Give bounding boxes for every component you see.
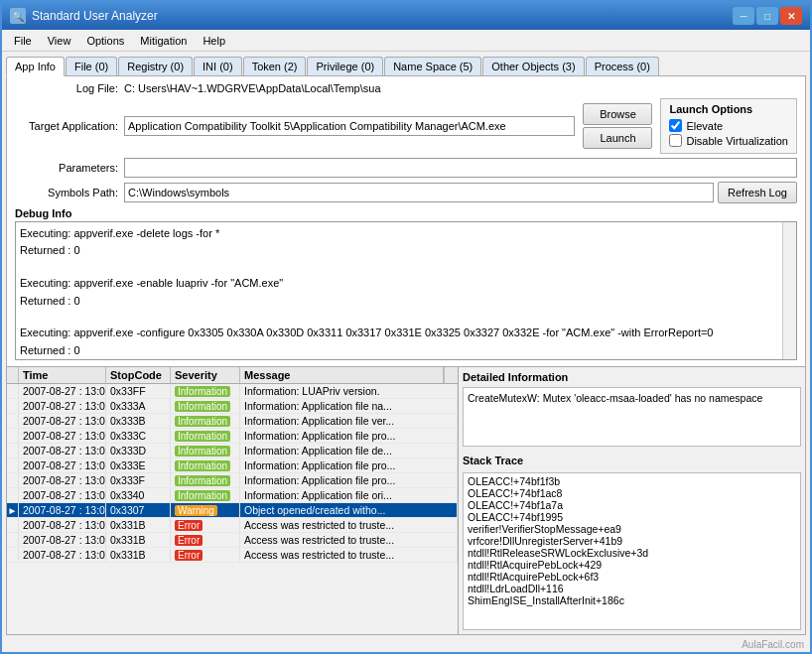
row-time: 2007-08-27 : 13:05:02 [19, 429, 106, 443]
tab-namespace[interactable]: Name Space (5) [384, 57, 481, 75]
detailed-info-section: Detailed Information CreateMutexW: Mutex… [459, 367, 805, 451]
launch-button[interactable]: Launch [583, 127, 652, 149]
target-app-row: Target Application: Browse Launch Launch… [15, 98, 797, 154]
row-time: 2007-08-27 : 13:05:03 [19, 548, 106, 562]
row-message: Information: Application file pro... [240, 458, 458, 472]
stack-line-7: ntdll!RtlAcquirePebLock+429 [468, 559, 796, 571]
disable-virt-checkbox[interactable] [669, 134, 682, 147]
row-severity: Error [171, 518, 240, 532]
parameters-input[interactable] [124, 158, 797, 178]
menu-mitigation[interactable]: Mitigation [132, 33, 195, 49]
table-row[interactable]: 2007-08-27 : 13:05:02 0x333A Information… [7, 399, 458, 414]
row-stopcode: 0x333B [106, 414, 171, 428]
row-message: Information: Application file ver... [240, 414, 458, 428]
menu-options[interactable]: Options [78, 33, 132, 49]
row-stopcode: 0x3340 [106, 488, 171, 502]
th-severity: Severity [171, 367, 240, 383]
tab-ini[interactable]: INI (0) [194, 57, 242, 75]
table-row[interactable]: 2007-08-27 : 13:05:02 0x33FF Information… [7, 384, 458, 399]
row-message: Access was restricted to truste... [240, 548, 458, 562]
maximize-button[interactable]: □ [756, 7, 778, 25]
row-time: 2007-08-27 : 13:05:02 [19, 414, 106, 428]
row-stopcode: 0x333E [106, 458, 171, 472]
row-stopcode: 0x333C [106, 429, 171, 443]
elevate-checkbox[interactable] [669, 119, 682, 132]
row-indicator [7, 488, 19, 502]
row-time: 2007-08-27 : 13:05:02 [19, 473, 106, 487]
row-time: 2007-08-27 : 13:05:02 [19, 503, 106, 517]
row-indicator [7, 518, 19, 532]
tab-token[interactable]: Token (2) [243, 57, 307, 75]
stack-line-1: OLEACC!+74bf1ac8 [468, 487, 796, 499]
content-area: Log File: C: Users\HAV~1.WDGRVE\AppData\… [6, 75, 806, 367]
app-title: Standard User Analyzer [32, 9, 158, 23]
minimize-button[interactable]: ─ [733, 7, 754, 25]
row-message: Information: Application file de... [240, 444, 458, 458]
tab-process[interactable]: Process (0) [586, 57, 659, 75]
close-button[interactable]: ✕ [780, 7, 802, 25]
row-severity: Information [171, 473, 240, 487]
row-severity: Warning [171, 503, 240, 517]
symbols-path-label: Symbols Path: [15, 187, 124, 198]
tab-other-objects[interactable]: Other Objects (3) [482, 57, 584, 75]
table-row[interactable]: 2007-08-27 : 13:05:02 0x333E Information… [7, 458, 458, 473]
table-row[interactable]: 2007-08-27 : 13:05:02 0x333F Information… [7, 473, 458, 488]
target-app-input[interactable] [124, 116, 575, 136]
stack-trace-area: OLEACC!+74bf1f3b OLEACC!+74bf1ac8 OLEACC… [463, 472, 801, 630]
row-message: Information: Application file pro... [240, 473, 458, 487]
table-header: Time StopCode Severity Message [7, 367, 458, 384]
menu-help[interactable]: Help [195, 33, 233, 49]
menu-view[interactable]: View [40, 33, 79, 49]
row-indicator [7, 548, 19, 562]
table-body[interactable]: 2007-08-27 : 13:05:02 0x33FF Information… [7, 384, 458, 634]
browse-button[interactable]: Browse [583, 103, 652, 125]
row-stopcode: 0x331B [106, 548, 171, 562]
stack-line-6: ntdll!RtlReleaseSRWLockExclusive+3d [468, 547, 796, 559]
stack-line-2: OLEACC!+74bf1a7a [468, 499, 796, 511]
table-row[interactable]: 2007-08-27 : 13:05:02 0x333C Information… [7, 429, 458, 444]
row-severity: Information [171, 444, 240, 458]
row-time: 2007-08-27 : 13:05:02 [19, 384, 106, 398]
row-stopcode: 0x333F [106, 473, 171, 487]
th-time: Time [19, 367, 106, 383]
row-time: 2007-08-27 : 13:05:02 [19, 458, 106, 472]
target-app-label: Target Application: [15, 120, 124, 132]
refresh-log-button[interactable]: Refresh Log [718, 182, 797, 203]
table-row[interactable]: 2007-08-27 : 13:05:03 0x331B Error Acces… [7, 533, 458, 548]
table-row-selected[interactable]: ► 2007-08-27 : 13:05:02 0x3307 Warning O… [7, 503, 458, 518]
table-row[interactable]: 2007-08-27 : 13:05:03 0x331B Error Acces… [7, 518, 458, 533]
row-severity: Information [171, 399, 240, 413]
elevate-label: Elevate [686, 120, 723, 132]
debug-line-0: Executing: appverif.exe -delete logs -fo… [20, 226, 792, 241]
symbols-path-input[interactable] [124, 183, 714, 202]
tab-file[interactable]: File (0) [66, 57, 117, 75]
detailed-info-title: Detailed Information [463, 371, 801, 383]
row-indicator [7, 444, 19, 458]
row-message: Information: Application file ori... [240, 488, 458, 502]
tab-registry[interactable]: Registry (0) [118, 57, 193, 75]
debug-line-4: Executing: appverif.exe -configure 0x330… [20, 326, 792, 340]
table-row[interactable]: 2007-08-27 : 13:05:02 0x333D Information… [7, 444, 458, 458]
table-row[interactable]: 2007-08-27 : 13:05:02 0x3340 Information… [7, 488, 458, 503]
row-stopcode: 0x3307 [106, 503, 171, 517]
row-stopcode: 0x333A [106, 399, 171, 413]
parameters-label: Parameters: [15, 162, 124, 174]
menu-file[interactable]: File [6, 33, 40, 49]
tab-app-info[interactable]: App Info [6, 57, 65, 76]
row-time: 2007-08-27 : 13:05:02 [19, 444, 106, 458]
row-time: 2007-08-27 : 13:05:03 [19, 533, 106, 547]
debug-section: Debug Info Executing: appverif.exe -dele… [15, 207, 797, 360]
row-message: Access was restricted to truste... [240, 533, 458, 547]
row-indicator [7, 384, 19, 398]
table-row[interactable]: 2007-08-27 : 13:05:03 0x331B Error Acces… [7, 548, 458, 563]
app-icon: 🔍 [10, 8, 26, 24]
row-time: 2007-08-27 : 13:05:03 [19, 518, 106, 532]
stack-line-9: ntdll!LdrLoadDll+116 [468, 583, 796, 594]
table-row[interactable]: 2007-08-27 : 13:05:02 0x333B Information… [7, 414, 458, 429]
row-indicator [7, 473, 19, 487]
title-bar-controls: ─ □ ✕ [733, 7, 802, 25]
stack-line-4: verifier!VerifierStopMessage+ea9 [468, 523, 796, 535]
tab-privilege[interactable]: Privilege (0) [307, 57, 383, 75]
row-message: Information: Application file pro... [240, 429, 458, 443]
watermark: AulaFacil.com [742, 639, 804, 650]
